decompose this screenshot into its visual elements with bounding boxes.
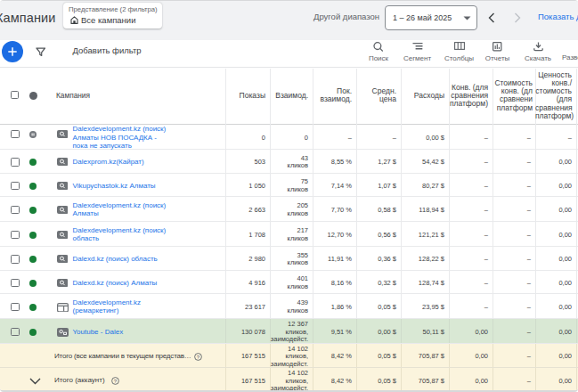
svg-text:?: ? bbox=[113, 379, 117, 384]
svg-text:?: ? bbox=[197, 354, 200, 359]
